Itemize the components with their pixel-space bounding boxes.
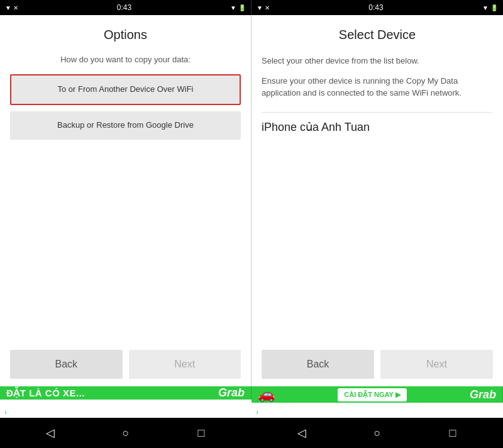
status-bar-right: ▼ ✕ 0:43 ▼ 🔋 bbox=[252, 0, 503, 15]
nav-home-left[interactable]: ○ bbox=[116, 423, 136, 443]
status-bar-left: ▼ ✕ 0:43 ▼ 🔋 bbox=[0, 0, 252, 15]
options-subtitle: How do you want to copy your data: bbox=[60, 55, 191, 64]
battery-icon-2: 🔋 bbox=[490, 4, 498, 11]
select-device-content: Select Device Select your other device f… bbox=[252, 15, 503, 344]
options-next-button[interactable]: Next bbox=[129, 350, 241, 379]
select-device-screen: Select Device Select your other device f… bbox=[252, 15, 503, 386]
device-list-item[interactable]: iPhone của Anh Tuan bbox=[262, 112, 493, 142]
sim-icon: ✕ bbox=[13, 4, 18, 11]
ad-right-wrapper: 🚗 CÀI ĐẶT NGAY ▶ Grab i bbox=[252, 386, 503, 418]
ad-banners: ĐẶT LÀ CÓ XE... Grab i 🚗 CÀI ĐẶT NGAY ▶ … bbox=[0, 386, 503, 418]
nav-home-right[interactable]: ○ bbox=[367, 423, 387, 443]
ad-left-wrapper: ĐẶT LÀ CÓ XE... Grab i bbox=[0, 386, 252, 418]
ad-text-left: ĐẶT LÀ CÓ XE... bbox=[6, 388, 85, 399]
options-screen: Options How do you want to copy your dat… bbox=[0, 15, 252, 386]
options-back-button[interactable]: Back bbox=[10, 350, 123, 379]
car-icon: 🚗 bbox=[258, 386, 275, 403]
options-content: Options How do you want to copy your dat… bbox=[0, 15, 251, 344]
nav-back-left[interactable]: ◁ bbox=[40, 423, 60, 443]
ad-logo-left: Grab bbox=[218, 386, 245, 400]
signal-icon-2: ▼ bbox=[257, 4, 263, 11]
nav-bar-right: ◁ ○ □ bbox=[252, 418, 503, 448]
nav-bars: ◁ ○ □ ◁ ○ □ bbox=[0, 418, 503, 448]
nav-recent-left[interactable]: □ bbox=[191, 423, 211, 443]
select-device-next-button[interactable]: Next bbox=[380, 350, 493, 379]
nav-bar-left: ◁ ○ □ bbox=[0, 418, 252, 448]
options-buttons: Back Next bbox=[0, 344, 251, 386]
status-icons-left: ▼ ✕ bbox=[5, 4, 18, 11]
status-right-icons-right: ▼ 🔋 bbox=[482, 4, 498, 11]
nav-recent-right[interactable]: □ bbox=[443, 423, 463, 443]
select-device-title: Select Device bbox=[339, 28, 416, 42]
ad-logo-right: Grab bbox=[470, 388, 496, 401]
status-time-right: 0:43 bbox=[368, 3, 383, 12]
wifi-icon-2: ▼ bbox=[482, 4, 489, 11]
ad-info-icon-left: i bbox=[1, 408, 10, 417]
battery-icon: 🔋 bbox=[238, 4, 246, 11]
ad-info-icon-right: i bbox=[253, 408, 262, 417]
option-wifi-button[interactable]: To or From Another Device Over WiFi bbox=[10, 74, 241, 105]
select-desc-2: Ensure your other device is running the … bbox=[262, 75, 493, 99]
option-gdrive-button[interactable]: Backup or Restore from Google Drive bbox=[10, 111, 241, 140]
select-device-buttons: Back Next bbox=[252, 344, 503, 386]
sim-icon-2: ✕ bbox=[265, 4, 270, 11]
status-time-left: 0:43 bbox=[117, 3, 131, 12]
wifi-icon: ▼ bbox=[230, 4, 236, 11]
select-desc-1: Select your other device from the list b… bbox=[262, 55, 493, 67]
options-title: Options bbox=[104, 28, 147, 42]
ad-cta-button[interactable]: CÀI ĐẶT NGAY ▶ bbox=[338, 388, 406, 401]
signal-icon: ▼ bbox=[5, 4, 11, 11]
status-icons-right: ▼ ✕ bbox=[257, 4, 270, 11]
ad-banner-right[interactable]: 🚗 CÀI ĐẶT NGAY ▶ Grab bbox=[252, 386, 503, 403]
status-right-icons-left: ▼ 🔋 bbox=[230, 4, 246, 11]
select-device-back-button[interactable]: Back bbox=[262, 350, 374, 379]
ad-banner-left[interactable]: ĐẶT LÀ CÓ XE... Grab bbox=[0, 386, 252, 400]
nav-back-right[interactable]: ◁ bbox=[292, 423, 312, 443]
